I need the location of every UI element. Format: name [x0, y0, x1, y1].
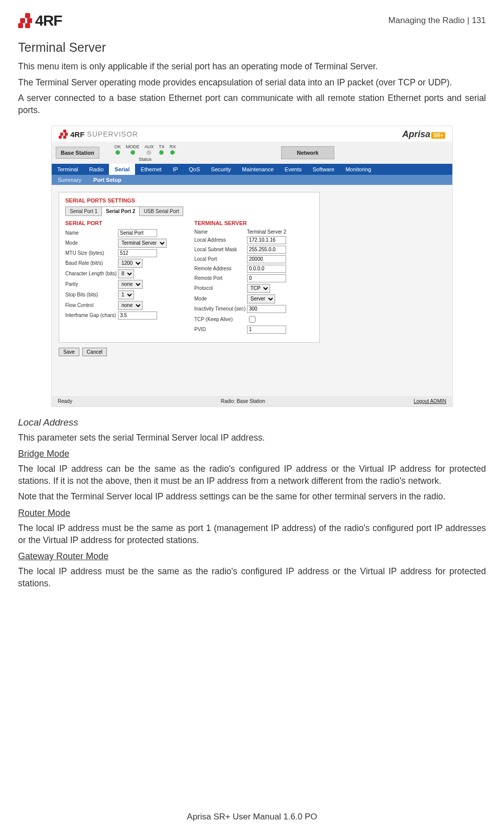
port-tab[interactable]: USB Serial Port — [139, 206, 183, 216]
field-label: Baud Rate (bit/s) — [65, 260, 118, 266]
nav-main-item[interactable]: Maintenance — [236, 164, 279, 175]
terminal-field-input[interactable] — [247, 274, 286, 282]
field-row: Inactivity Timeout (sec) — [194, 305, 313, 313]
left-col-title: SERIAL PORT — [65, 220, 184, 226]
field-label: Inactivity Timeout (sec) — [194, 306, 247, 311]
terminal-field-input[interactable] — [247, 265, 286, 273]
nav-main-item[interactable]: Software — [307, 164, 340, 175]
intro-para-3: A server connected to a base station Eth… — [18, 92, 486, 116]
para-router: The local IP address must be the same as… — [18, 523, 486, 546]
field-label: Mode — [65, 240, 118, 246]
field-label: Parity — [65, 281, 118, 287]
network-button[interactable]: Network — [281, 146, 334, 159]
led-row: OK MODE AUX TX RX — [114, 144, 176, 156]
led-mode-icon — [131, 150, 135, 155]
field-label: Flow Control — [65, 302, 118, 308]
field-row: ModeServer — [194, 294, 313, 303]
field-label: Name — [194, 229, 247, 235]
field-label: Local Port — [194, 256, 247, 262]
status-row: Base Station OK MODE AUX TX RX Status Ne… — [52, 142, 452, 164]
field-row: Local Address — [194, 236, 313, 244]
save-button[interactable]: Save — [59, 348, 79, 356]
serial-field-input[interactable] — [118, 249, 157, 257]
serial-field-input[interactable] — [118, 311, 157, 320]
heading-local-address: Local Address — [18, 417, 486, 428]
serial-field-input[interactable] — [118, 229, 157, 237]
supervisor-screenshot: 4RF SUPERVISOR AprisaSR+ Base Station OK… — [51, 126, 453, 407]
nav-main-item[interactable]: Terminal — [52, 164, 84, 175]
field-row: MTU Size (bytes) — [65, 249, 184, 257]
led-label: TX — [159, 144, 165, 149]
logo-text: 4RF — [35, 12, 62, 29]
port-tab[interactable]: Serial Port 1 — [65, 206, 102, 216]
serial-field-input[interactable]: Terminal Server — [118, 239, 167, 248]
field-row: Paritynone — [65, 280, 184, 289]
footer-radio: Radio: Base Station — [221, 398, 265, 404]
field-row: Stop Bits (bits)1 — [65, 290, 184, 299]
nav-sub-item[interactable]: Summary — [52, 175, 87, 185]
supervisor-logo: 4RF SUPERVISOR — [59, 130, 138, 139]
field-row: Baud Rate (bit/s)1200 — [65, 259, 184, 268]
serial-field-input[interactable]: 8 — [118, 269, 134, 278]
nav-main-item[interactable]: Security — [205, 164, 236, 175]
field-row: Name — [65, 229, 184, 237]
field-label: Remote Address — [194, 266, 247, 271]
aprisa-logo: AprisaSR+ — [402, 129, 445, 140]
led-label: OK — [114, 144, 121, 149]
heading-gateway-router-mode: Gateway Router Mode — [18, 551, 486, 562]
nav-main-item[interactable]: QoS — [183, 164, 205, 175]
led-block: OK MODE AUX TX RX Status — [114, 144, 176, 162]
serial-field-input[interactable]: 1 — [118, 290, 134, 299]
intro-para-1: This menu item is only applicable if the… — [18, 61, 486, 73]
terminal-field-input[interactable] — [247, 255, 286, 263]
logout-link[interactable]: Logout ADMIN — [414, 398, 446, 404]
terminal-field-input[interactable] — [247, 326, 286, 334]
nav-sub: SummaryPort Setup — [52, 175, 452, 185]
form-area: SERIAL PORTS SETTINGS Serial Port 1Seria… — [52, 185, 452, 396]
right-col: TERMINAL SERVER NameTerminal Server 2Loc… — [194, 220, 313, 335]
nav-main-item[interactable]: Ethernet — [135, 164, 167, 175]
page-header: 4RF Managing the Radio | 131 — [18, 12, 486, 29]
terminal-field-input[interactable] — [247, 236, 286, 244]
field-label: TCP (Keep Alive) — [194, 317, 247, 322]
terminal-field-input[interactable] — [247, 305, 286, 313]
led-label: RX — [170, 144, 176, 149]
terminal-field-input[interactable] — [247, 246, 286, 254]
port-tab[interactable]: Serial Port 2 — [101, 206, 140, 216]
para-bridge-2: Note that the Terminal Server local IP a… — [18, 491, 486, 503]
field-row: PVID — [194, 326, 313, 334]
terminal-field-input[interactable]: Server — [247, 294, 275, 303]
terminal-field-input[interactable]: TCP — [247, 284, 270, 293]
nav-main-item[interactable]: IP — [167, 164, 183, 175]
settings-title: SERIAL PORTS SETTINGS — [65, 197, 313, 203]
shot-footer: Ready Radio: Base Station Logout ADMIN — [52, 396, 452, 406]
serial-field-input[interactable]: 1200 — [118, 259, 143, 268]
base-station-button[interactable]: Base Station — [56, 147, 99, 159]
terminal-field-input[interactable] — [249, 316, 256, 323]
field-label: Remote Port — [194, 275, 247, 281]
nav-main-item[interactable]: Radio — [84, 164, 109, 175]
field-row: Local Subnet Mask — [194, 246, 313, 254]
brand-supervisor: SUPERVISOR — [87, 130, 138, 138]
port-tabs: Serial Port 1Serial Port 2USB Serial Por… — [65, 206, 313, 216]
led-aux-icon — [147, 150, 151, 155]
field-label: Local Address — [194, 237, 247, 243]
sr-badge: SR+ — [431, 132, 445, 139]
page-footer: Aprisa SR+ User Manual 1.6.0 PO — [0, 812, 504, 822]
nav-main-item[interactable]: Events — [279, 164, 307, 175]
logo-dots-icon — [18, 13, 33, 28]
nav-sub-item[interactable]: Port Setup — [87, 175, 128, 185]
field-row: NameTerminal Server 2 — [194, 229, 313, 235]
field-row: ProtocolTCP — [194, 284, 313, 293]
cancel-button[interactable]: Cancel — [82, 348, 107, 356]
serial-field-input[interactable]: none — [118, 280, 143, 289]
field-row: Remote Port — [194, 274, 313, 282]
field-row: Character Length (bits)8 — [65, 269, 184, 278]
nav-main-item[interactable]: Monitoring — [340, 164, 376, 175]
footer-status: Ready — [58, 398, 72, 404]
intro-para-2: The Terminal Server operating mode provi… — [18, 77, 486, 89]
field-label: Protocol — [194, 285, 247, 291]
field-label: Local Subnet Mask — [194, 247, 247, 252]
serial-field-input[interactable]: none — [118, 301, 143, 310]
nav-main-item[interactable]: Serial — [109, 164, 135, 175]
